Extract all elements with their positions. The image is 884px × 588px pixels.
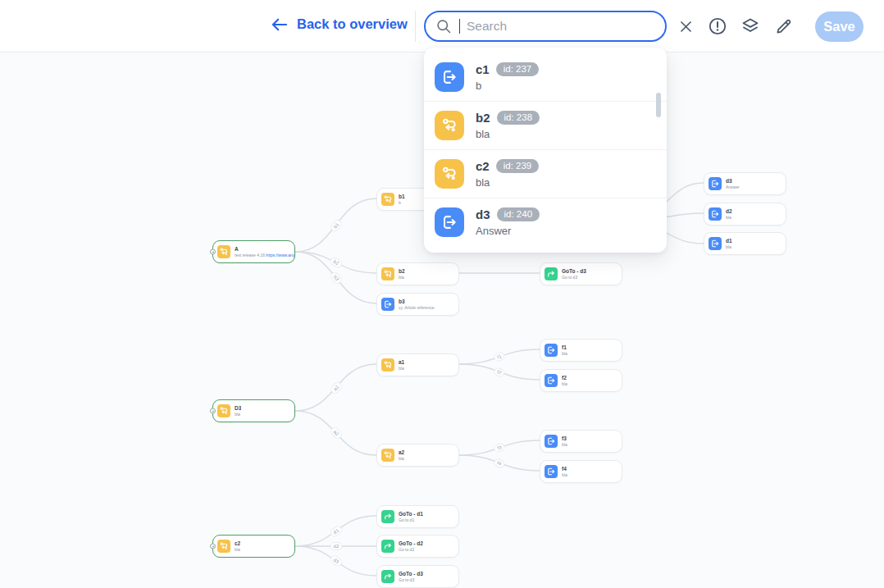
flow-node-goto-d3[interactable]: GoTo - d3 Go to d3 bbox=[540, 262, 622, 285]
route-icon bbox=[383, 194, 393, 204]
flow-node-goto-d1b[interactable]: GoTo - d1 Go to d1 bbox=[376, 505, 459, 528]
input-port[interactable] bbox=[210, 544, 216, 549]
layers-button[interactable] bbox=[739, 15, 762, 38]
exit-icon bbox=[545, 344, 558, 357]
search-result-item[interactable]: d3 id: 240 Answer bbox=[424, 198, 667, 246]
result-id-badge: id: 240 bbox=[497, 207, 540, 221]
search-icon bbox=[435, 18, 452, 34]
exit-icon bbox=[709, 207, 722, 221]
search-input[interactable] bbox=[467, 19, 655, 34]
node-texts: f3 bla bbox=[562, 435, 567, 447]
node-link[interactable]: https://www.anyway.org bbox=[266, 253, 294, 258]
exit-icon bbox=[546, 376, 556, 385]
route-icon bbox=[217, 540, 230, 553]
goto-icon bbox=[381, 570, 394, 583]
node-subtitle: Go to d1 bbox=[399, 517, 423, 522]
flow-node-d3[interactable]: d3 Answer bbox=[704, 172, 786, 195]
exit-icon bbox=[710, 239, 720, 248]
goto-icon bbox=[383, 541, 393, 551]
edit-button[interactable] bbox=[772, 15, 795, 38]
goto-icon bbox=[383, 572, 393, 581]
flow-node-f2[interactable]: f2 bla bbox=[540, 369, 622, 392]
result-subtitle: bla bbox=[476, 176, 539, 189]
search-results-dropdown: c1 id: 237 b b2 id: 238 bla c2 id: 239 bbox=[424, 48, 667, 253]
node-texts: GoTo - d1 Go to d1 bbox=[399, 511, 423, 522]
node-title: GoTo - d3 bbox=[399, 571, 423, 577]
flow-node-d1[interactable]: d1 bla bbox=[704, 232, 786, 255]
exit-icon bbox=[381, 298, 394, 311]
node-title: f2 bbox=[562, 375, 567, 381]
goto-icon bbox=[546, 269, 556, 279]
result-title: b2 bbox=[476, 111, 490, 125]
node-subtitle: test release 4.16 https://www.anyway.org bbox=[235, 253, 294, 258]
route-icon bbox=[383, 269, 393, 279]
flow-node-A[interactable]: A test release 4.16 https://www.anyway.o… bbox=[212, 240, 295, 263]
input-port[interactable] bbox=[210, 408, 216, 414]
node-texts: b3 cy. Article reference bbox=[399, 299, 435, 310]
node-texts: f1 bla bbox=[562, 344, 567, 356]
node-title: GoTo - d1 bbox=[399, 511, 423, 517]
back-to-overview-button[interactable]: Back to overview bbox=[271, 16, 408, 32]
node-texts: A test release 4.16 https://www.anyway.o… bbox=[235, 246, 294, 258]
validation-warnings-button[interactable] bbox=[706, 15, 729, 38]
node-subtitle: Answer bbox=[726, 185, 740, 189]
route-icon bbox=[219, 406, 229, 416]
node-texts: a2 bla bbox=[399, 449, 404, 461]
node-title: GoTo - d3 bbox=[562, 268, 586, 275]
route-icon bbox=[435, 159, 464, 189]
search-result-item[interactable]: b2 id: 238 bla bbox=[424, 101, 667, 149]
flow-node-d2[interactable]: d2 bla bbox=[704, 203, 786, 226]
close-search-button[interactable] bbox=[674, 15, 697, 38]
node-title: a1 bbox=[399, 359, 404, 366]
edge-label: d2 bbox=[330, 542, 342, 550]
node-subtitle: Go to d2 bbox=[399, 547, 423, 552]
search-box[interactable] bbox=[424, 11, 667, 42]
node-title: A bbox=[235, 246, 294, 253]
exit-icon bbox=[546, 467, 556, 476]
exit-icon bbox=[435, 62, 464, 92]
search-result-item[interactable]: c2 id: 239 bla bbox=[424, 149, 667, 198]
exit-icon bbox=[383, 299, 393, 309]
route-icon bbox=[381, 358, 394, 371]
flow-node-goto-d3b[interactable]: GoTo - d3 Go to d3 bbox=[376, 565, 459, 588]
toolbar-divider bbox=[415, 11, 416, 42]
exit-icon bbox=[545, 435, 558, 448]
input-port[interactable] bbox=[210, 249, 216, 255]
goto-icon bbox=[545, 267, 558, 280]
exit-icon bbox=[440, 213, 458, 231]
node-texts: b2 bla bbox=[399, 268, 405, 280]
route-icon bbox=[440, 165, 458, 183]
node-subtitle: Go to d3 bbox=[399, 577, 423, 582]
flow-node-c2[interactable]: c2 bla bbox=[212, 535, 295, 558]
dropdown-scrollbar[interactable] bbox=[656, 93, 661, 117]
text-caret bbox=[459, 19, 460, 34]
back-to-overview-label: Back to overview bbox=[297, 16, 408, 32]
layers-icon bbox=[740, 16, 760, 36]
node-subtitle: b bbox=[399, 200, 405, 205]
goto-icon bbox=[381, 540, 394, 553]
result-texts: b2 id: 238 bla bbox=[476, 111, 540, 140]
exit-icon bbox=[546, 436, 556, 446]
result-id-badge: id: 239 bbox=[496, 159, 540, 173]
flow-node-f3[interactable]: f3 bla bbox=[540, 430, 622, 453]
flow-node-f1[interactable]: f1 bla bbox=[540, 339, 622, 362]
route-icon bbox=[217, 245, 230, 258]
flow-node-a2[interactable]: a2 bla bbox=[376, 444, 459, 467]
flow-node-D3[interactable]: D3 bla bbox=[212, 399, 295, 422]
flow-node-b3[interactable]: b3 cy. Article reference bbox=[376, 293, 459, 316]
warning-icon bbox=[708, 16, 727, 36]
node-subtitle: bla bbox=[726, 215, 732, 220]
flow-node-goto-d2b[interactable]: GoTo - d2 Go to d2 bbox=[376, 535, 459, 558]
flow-node-a1[interactable]: a1 bla bbox=[376, 353, 459, 376]
search-result-item[interactable]: c1 id: 237 b bbox=[424, 52, 667, 101]
exit-icon bbox=[710, 209, 720, 219]
save-button[interactable]: Save bbox=[815, 11, 863, 42]
node-title: GoTo - d2 bbox=[399, 540, 423, 547]
flow-node-f4[interactable]: f4 bla bbox=[540, 460, 622, 483]
node-subtitle: bla bbox=[726, 244, 732, 249]
exit-icon bbox=[710, 179, 720, 189]
back-arrow-icon bbox=[271, 17, 289, 32]
node-subtitle: Go to d3 bbox=[562, 275, 586, 280]
flow-node-b2[interactable]: b2 bla bbox=[376, 262, 459, 285]
route-icon bbox=[219, 247, 229, 257]
